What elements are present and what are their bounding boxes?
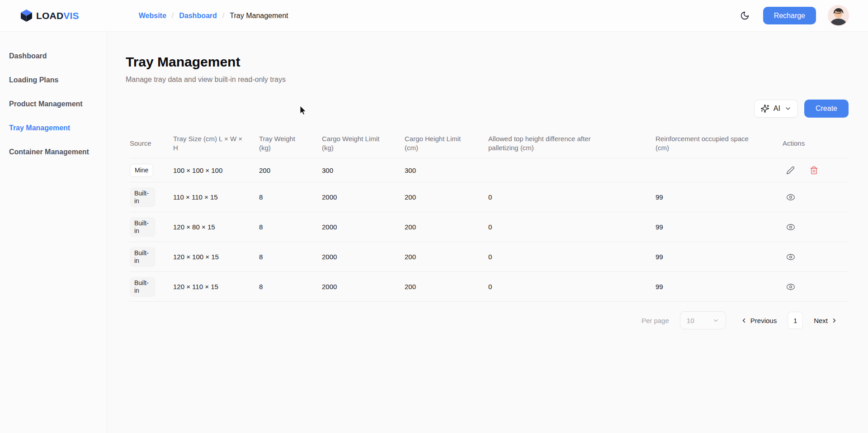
- edit-button[interactable]: [785, 165, 796, 176]
- cargo-height-limit-value: 200: [405, 223, 488, 231]
- sparkles-icon: [760, 104, 769, 113]
- previous-page-button[interactable]: Previous: [741, 317, 777, 324]
- cargo-weight-limit-value: 2000: [322, 283, 405, 290]
- sidebar-item-loading-plans[interactable]: Loading Plans: [0, 72, 107, 88]
- tray-weight-value: 200: [259, 167, 322, 174]
- chevron-down-icon: [784, 105, 792, 112]
- per-page-value: 10: [687, 317, 694, 324]
- pencil-icon: [786, 166, 795, 175]
- sidebar-item-tray-management[interactable]: Tray Management: [0, 120, 107, 136]
- breadcrumb-current: Tray Management: [230, 12, 288, 20]
- moon-icon: [740, 11, 750, 20]
- allowed-top-diff-value: 0: [488, 193, 656, 201]
- breadcrumb: Website / Dashboard / Tray Management: [139, 12, 288, 20]
- user-avatar[interactable]: [828, 5, 849, 26]
- reinforcement-space-value: 99: [656, 193, 783, 201]
- col-tray-weight: Tray Weight (kg): [259, 134, 322, 152]
- ai-menu-button[interactable]: AI: [754, 100, 798, 118]
- sidebar-item-container-management[interactable]: Container Management: [0, 144, 107, 160]
- cargo-height-limit-value: 200: [405, 253, 488, 261]
- recharge-button[interactable]: Recharge: [763, 7, 816, 24]
- table-row: Built-in 110 × 110 × 15 8 2000 200 0 99: [130, 182, 849, 212]
- per-page-label: Per page: [642, 317, 669, 324]
- main-content: Tray Management Manage tray data and vie…: [107, 32, 868, 433]
- col-source: Source: [130, 139, 173, 148]
- next-page-button[interactable]: Next: [814, 317, 838, 324]
- create-button[interactable]: Create: [804, 100, 849, 118]
- tray-size-value: 120 × 110 × 15: [173, 283, 259, 290]
- source-badge-builtin: Built-in: [130, 247, 156, 267]
- col-actions: Actions: [783, 139, 849, 148]
- col-reinforcement-space: Reinforcement occupied space (cm): [656, 134, 783, 152]
- breadcrumb-dashboard[interactable]: Dashboard: [179, 12, 217, 20]
- col-cargo-height-limit: Cargo Height Limit (cm): [405, 134, 488, 152]
- table-row: Built-in 120 × 100 × 15 8 2000 200 0 99: [130, 242, 849, 272]
- source-badge-builtin: Built-in: [130, 277, 156, 297]
- tray-size-value: 120 × 80 × 15: [173, 223, 259, 231]
- allowed-top-diff-value: 0: [488, 283, 656, 290]
- table-row: Built-in 120 × 110 × 15 8 2000 200 0 99: [130, 272, 849, 302]
- cargo-height-limit-value: 300: [405, 167, 488, 174]
- cargo-height-limit-value: 200: [405, 193, 488, 201]
- view-button[interactable]: [785, 252, 796, 262]
- theme-toggle-button[interactable]: [738, 9, 751, 22]
- col-allowed-top-diff: Allowed top height difference after pall…: [488, 134, 656, 152]
- reinforcement-space-value: 99: [656, 253, 783, 261]
- view-button[interactable]: [785, 223, 796, 232]
- breadcrumb-separator: /: [222, 12, 224, 20]
- allowed-top-diff-value: 0: [488, 253, 656, 261]
- topbar: LOADVIS Website / Dashboard / Tray Manag…: [0, 0, 868, 32]
- table-row: Built-in 120 × 80 × 15 8 2000 200 0 99: [130, 212, 849, 242]
- table-header-row: Source Tray Size (cm) L × W × H Tray Wei…: [130, 130, 849, 158]
- ai-button-label: AI: [774, 105, 780, 113]
- source-badge-builtin: Built-in: [130, 187, 156, 207]
- source-badge-mine: Mine: [130, 164, 153, 177]
- tray-weight-value: 8: [259, 223, 322, 231]
- col-cargo-weight-limit: Cargo Weight Limit (kg): [322, 134, 405, 152]
- table-row: Mine 100 × 100 × 100 200 300 300: [130, 158, 849, 182]
- breadcrumb-website[interactable]: Website: [139, 12, 166, 20]
- cargo-weight-limit-value: 300: [322, 167, 405, 174]
- page-number-button[interactable]: 1: [788, 312, 803, 329]
- reinforcement-space-value: 99: [656, 223, 783, 231]
- sidebar-item-product-management[interactable]: Product Management: [0, 96, 107, 112]
- chevron-down-icon: [712, 317, 719, 324]
- tray-table: Source Tray Size (cm) L × W × H Tray Wei…: [126, 130, 849, 302]
- chevron-left-icon: [741, 317, 747, 324]
- chevron-right-icon: [831, 317, 838, 324]
- cargo-weight-limit-value: 2000: [322, 253, 405, 261]
- cargo-weight-limit-value: 2000: [322, 193, 405, 201]
- cube-logo-icon: [20, 9, 33, 22]
- breadcrumb-separator: /: [172, 12, 174, 20]
- source-badge-builtin: Built-in: [130, 217, 156, 237]
- allowed-top-diff-value: 0: [488, 223, 656, 231]
- trash-icon: [810, 166, 818, 175]
- tray-size-value: 110 × 110 × 15: [173, 193, 259, 201]
- tray-weight-value: 8: [259, 253, 322, 261]
- cargo-weight-limit-value: 2000: [322, 223, 405, 231]
- brand-name: LOADVIS: [36, 10, 79, 21]
- cargo-height-limit-value: 200: [405, 283, 488, 290]
- tray-size-value: 100 × 100 × 100: [173, 167, 259, 174]
- per-page-select[interactable]: 10: [680, 311, 726, 329]
- eye-icon: [786, 283, 795, 290]
- col-tray-size: Tray Size (cm) L × W × H: [173, 134, 259, 152]
- tray-weight-value: 8: [259, 283, 322, 290]
- page-title: Tray Management: [126, 53, 849, 71]
- eye-icon: [786, 253, 795, 261]
- table-toolbar: AI Create: [126, 100, 849, 118]
- delete-button[interactable]: [809, 165, 819, 176]
- view-button[interactable]: [785, 193, 796, 202]
- eye-icon: [786, 194, 795, 201]
- sidebar: Dashboard Loading Plans Product Manageme…: [0, 32, 107, 433]
- tray-weight-value: 8: [259, 193, 322, 201]
- brand-logo[interactable]: LOADVIS: [20, 9, 79, 22]
- pagination: Per page 10 Previous 1 Next: [126, 311, 849, 329]
- tray-size-value: 120 × 100 × 15: [173, 253, 259, 261]
- sidebar-item-dashboard[interactable]: Dashboard: [0, 48, 107, 64]
- reinforcement-space-value: 99: [656, 283, 783, 290]
- view-button[interactable]: [785, 282, 796, 291]
- eye-icon: [786, 224, 795, 231]
- page-subtitle: Manage tray data and view built-in read-…: [126, 76, 849, 84]
